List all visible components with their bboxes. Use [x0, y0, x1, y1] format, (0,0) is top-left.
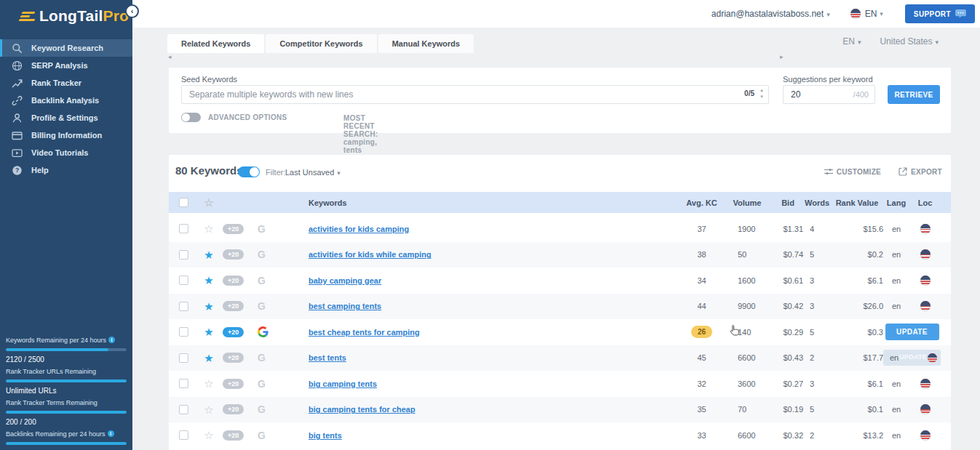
sidebar-item-billing-information[interactable]: Billing Information [0, 126, 132, 144]
update-button[interactable]: UPDATE [885, 324, 939, 340]
keyword-link[interactable]: best tents [308, 353, 346, 362]
keyword-link[interactable]: best cheap tents for camping [308, 328, 420, 337]
star-icon[interactable]: ☆ [195, 404, 223, 415]
sidebar-item-serp-analysis[interactable]: SERP Analysis [0, 57, 132, 74]
tab-competitor-keywords[interactable]: Competitor Keywords [266, 34, 376, 53]
account-menu[interactable]: adrian@hastalavistaboss.net▾ [712, 9, 830, 19]
row-checkbox[interactable] [179, 405, 188, 414]
info-icon[interactable]: i [108, 337, 115, 343]
google-icon[interactable]: G [258, 430, 308, 441]
keyword-link[interactable]: big camping tents [308, 379, 377, 388]
chevron-down-icon: ▾ [858, 39, 861, 46]
sidebar-item-backlink-analysis[interactable]: Backlink Analysis [0, 92, 132, 109]
row-checkbox[interactable] [179, 302, 188, 311]
sidebar-item-profile-settings[interactable]: Profile & Settings [0, 109, 132, 126]
row-checkbox[interactable] [179, 353, 188, 363]
filter-dropdown[interactable]: Last Unsaved▾ [285, 168, 340, 177]
star-icon[interactable]: ★ [195, 275, 223, 286]
google-icon[interactable]: G [258, 223, 308, 235]
sidebar-collapse-button[interactable]: ‹ [125, 4, 139, 18]
sidebar-item-keyword-research[interactable]: Keyword Research [0, 39, 132, 57]
sliders-icon [824, 167, 833, 176]
plus-20-badge[interactable]: +20 [223, 249, 244, 260]
tab-scroll-right-icon[interactable]: ▸ [780, 53, 784, 60]
retrieve-button[interactable]: RETRIEVE [888, 85, 940, 104]
column-bid[interactable]: Bid [773, 198, 803, 207]
star-icon[interactable]: ☆ [195, 430, 223, 441]
star-all-icon[interactable]: ☆ [195, 197, 223, 208]
seed-keywords-input[interactable] [181, 85, 769, 104]
advanced-options-label: ADVANCED OPTIONS [208, 113, 287, 121]
seed-counter-stepper[interactable]: ▲▼ [760, 87, 764, 100]
customize-button[interactable]: CUSTOMIZE [824, 167, 881, 176]
plus-20-badge[interactable]: +20 [223, 379, 244, 389]
keyword-link[interactable]: activities for kids while camping [308, 250, 431, 259]
keyword-link[interactable]: best camping tents [308, 302, 381, 310]
plus-20-badge[interactable]: +20 [223, 224, 244, 234]
select-all-checkbox[interactable] [179, 198, 188, 207]
column-words[interactable]: Words [803, 198, 831, 207]
advanced-options-toggle[interactable] [181, 113, 201, 122]
star-icon[interactable]: ★ [195, 301, 223, 312]
keyword-link[interactable]: baby camping gear [308, 276, 381, 285]
tab-manual-keywords[interactable]: Manual Keywords [378, 34, 474, 53]
column-volume[interactable]: Volume [722, 198, 773, 207]
bid-value: $0.27 [773, 379, 803, 388]
result-language-dropdown[interactable]: EN▾ [842, 36, 861, 47]
google-icon[interactable]: G [258, 378, 308, 390]
google-icon[interactable]: G [258, 300, 308, 312]
row-checkbox[interactable] [179, 276, 188, 285]
support-button[interactable]: SUPPORT [905, 4, 975, 23]
us-flag-icon [920, 430, 931, 441]
topbar: adrian@hastalavistaboss.net▾ EN▾ SUPPORT [132, 0, 980, 28]
google-icon[interactable]: G [258, 403, 308, 415]
row-checkbox[interactable] [179, 327, 188, 337]
star-icon[interactable]: ☆ [195, 378, 223, 389]
star-icon[interactable]: ★ [195, 326, 223, 337]
sidebar-item-rank-tracker[interactable]: Rank Tracker [0, 74, 132, 92]
column-lang[interactable]: Lang [883, 198, 909, 207]
star-icon[interactable]: ★ [195, 249, 223, 260]
column-loc[interactable]: Loc [909, 198, 941, 207]
bid-value: $0.43 [773, 353, 803, 362]
star-icon[interactable]: ☆ [195, 223, 223, 234]
words-value: 3 [803, 276, 831, 285]
result-country-dropdown[interactable]: United States▾ [880, 36, 939, 47]
sidebar-item-help[interactable]: ?Help [0, 161, 132, 179]
column-avg-kc[interactable]: Avg. KC [682, 198, 722, 207]
google-icon[interactable]: G [258, 249, 308, 260]
info-icon[interactable]: i [108, 430, 114, 437]
tab-scroll-left-icon[interactable]: ◂ [168, 53, 172, 60]
export-button[interactable]: EXPORT [899, 167, 942, 176]
words-value: 2 [803, 431, 831, 440]
usage-progress-bar [6, 379, 127, 382]
plus-20-badge[interactable]: +20 [223, 276, 244, 286]
language-selector[interactable]: EN▾ [850, 9, 883, 19]
google-icon[interactable]: G [258, 352, 308, 363]
row-checkbox[interactable] [179, 224, 188, 233]
bid-value: $0.42 [773, 302, 803, 310]
us-flag-icon [920, 249, 931, 260]
plus-20-badge[interactable]: +20 [223, 404, 244, 414]
google-icon[interactable]: G [258, 275, 308, 286]
keywords-toggle[interactable] [238, 166, 260, 177]
sidebar-item-video-tutorials[interactable]: Video Tutorials [0, 144, 132, 161]
main-content: Related Keywords Competitor Keywords Man… [132, 28, 980, 450]
keyword-link[interactable]: big tents [308, 431, 342, 440]
keyword-link[interactable]: big camping tents for cheap [308, 405, 415, 414]
plus-20-badge[interactable]: +20 [223, 353, 244, 363]
row-checkbox[interactable] [179, 430, 188, 440]
plus-20-badge[interactable]: +20 [223, 301, 244, 311]
avg-kc-value: 44 [682, 302, 722, 310]
row-checkbox[interactable] [179, 379, 188, 388]
column-rank-value[interactable]: Rank Value [831, 198, 883, 207]
plus-20-badge[interactable]: +20 [223, 327, 244, 337]
plus-20-badge[interactable]: +20 [223, 430, 244, 441]
google-icon[interactable] [258, 326, 308, 337]
star-icon[interactable]: ★ [195, 353, 223, 363]
column-keywords[interactable]: Keywords [308, 198, 682, 207]
keyword-link[interactable]: activities for kids camping [308, 225, 409, 233]
row-checkbox[interactable] [179, 250, 188, 260]
tab-related-keywords[interactable]: Related Keywords [167, 34, 264, 53]
avg-kc-value: 26 [682, 326, 722, 338]
